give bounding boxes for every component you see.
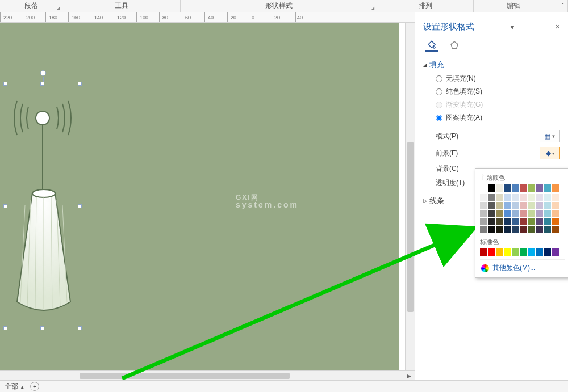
- color-swatch[interactable]: [536, 218, 543, 225]
- vertical-scrollbar[interactable]: [405, 23, 415, 370]
- color-swatch[interactable]: [528, 202, 535, 209]
- color-swatch[interactable]: [552, 248, 559, 256]
- dialog-launcher-icon[interactable]: ◢: [56, 6, 60, 11]
- selected-shape[interactable]: [6, 84, 80, 328]
- color-swatch[interactable]: [528, 210, 535, 217]
- color-swatch[interactable]: [552, 194, 559, 201]
- page-selector[interactable]: 全部 ▲: [5, 382, 24, 391]
- color-swatch[interactable]: [512, 226, 519, 233]
- color-swatch[interactable]: [528, 218, 535, 225]
- color-swatch[interactable]: [512, 194, 519, 201]
- color-swatch[interactable]: [552, 218, 559, 225]
- resize-handle[interactable]: [3, 204, 7, 208]
- color-swatch[interactable]: [488, 194, 495, 201]
- color-swatch[interactable]: [480, 202, 487, 209]
- fill-solid-option[interactable]: 纯色填充(S): [436, 85, 560, 98]
- color-swatch[interactable]: [512, 210, 519, 217]
- color-swatch[interactable]: [552, 226, 559, 233]
- scrollbar-thumb[interactable]: [407, 142, 414, 312]
- ribbon-group-shape-styles[interactable]: 形状样式◢: [181, 0, 377, 12]
- color-swatch[interactable]: [520, 226, 527, 233]
- color-swatch[interactable]: [520, 210, 527, 217]
- resize-handle[interactable]: [40, 326, 44, 330]
- color-swatch[interactable]: [520, 194, 527, 201]
- close-icon[interactable]: ✕: [555, 23, 560, 31]
- horizontal-scrollbar[interactable]: ▶: [0, 370, 415, 380]
- scroll-right-icon[interactable]: ▶: [405, 372, 412, 380]
- ribbon-group-paragraph[interactable]: 段落◢: [0, 0, 62, 12]
- color-swatch[interactable]: [512, 202, 519, 209]
- color-swatch[interactable]: [520, 184, 527, 192]
- color-swatch[interactable]: [544, 194, 551, 201]
- color-swatch[interactable]: [480, 194, 487, 201]
- color-swatch[interactable]: [496, 218, 503, 225]
- color-swatch[interactable]: [504, 202, 511, 209]
- scrollbar-thumb[interactable]: [80, 373, 290, 379]
- color-swatch[interactable]: [504, 194, 511, 201]
- color-swatch[interactable]: [544, 184, 551, 192]
- color-swatch[interactable]: [496, 226, 503, 233]
- color-swatch[interactable]: [536, 248, 543, 256]
- color-swatch[interactable]: [536, 202, 543, 209]
- pattern-mode-button[interactable]: ▦▼: [540, 130, 560, 142]
- color-swatch[interactable]: [496, 184, 503, 192]
- foreground-color-button[interactable]: ◆▾: [540, 147, 560, 159]
- color-swatch[interactable]: [544, 226, 551, 233]
- color-swatch[interactable]: [488, 226, 495, 233]
- color-swatch[interactable]: [488, 202, 495, 209]
- more-colors-button[interactable]: 其他颜色(M)...: [480, 259, 565, 274]
- panel-menu-icon[interactable]: ▼: [509, 24, 516, 31]
- color-swatch[interactable]: [504, 184, 511, 192]
- color-swatch[interactable]: [552, 210, 559, 217]
- color-swatch[interactable]: [496, 202, 503, 209]
- cone-shape[interactable]: [14, 188, 74, 316]
- resize-handle[interactable]: [3, 326, 7, 330]
- fill-none-option[interactable]: 无填充(N): [436, 72, 560, 85]
- color-swatch[interactable]: [512, 248, 519, 256]
- color-swatch[interactable]: [520, 202, 527, 209]
- add-page-button[interactable]: +: [30, 382, 39, 391]
- color-swatch[interactable]: [536, 210, 543, 217]
- color-swatch[interactable]: [504, 248, 511, 256]
- color-swatch[interactable]: [488, 184, 495, 192]
- ribbon-group-arrange[interactable]: 排列: [377, 0, 474, 12]
- color-swatch[interactable]: [520, 218, 527, 225]
- color-swatch[interactable]: [544, 218, 551, 225]
- color-swatch[interactable]: [512, 184, 519, 192]
- color-swatch[interactable]: [552, 202, 559, 209]
- dialog-launcher-icon[interactable]: ◢: [371, 6, 374, 11]
- color-swatch[interactable]: [480, 210, 487, 217]
- rotate-handle[interactable]: [40, 70, 46, 76]
- color-swatch[interactable]: [528, 194, 535, 201]
- color-swatch[interactable]: [480, 184, 487, 192]
- color-swatch[interactable]: [488, 248, 495, 256]
- ribbon-collapse[interactable]: ˇ: [553, 0, 568, 12]
- color-swatch[interactable]: [504, 210, 511, 217]
- color-swatch[interactable]: [520, 248, 527, 256]
- page-background[interactable]: GXI网 system.com: [0, 23, 399, 378]
- ribbon-group-edit[interactable]: 编辑: [474, 0, 553, 12]
- color-swatch[interactable]: [480, 226, 487, 233]
- color-swatch[interactable]: [544, 210, 551, 217]
- color-swatch[interactable]: [480, 248, 487, 256]
- color-swatch[interactable]: [488, 218, 495, 225]
- color-swatch[interactable]: [488, 210, 495, 217]
- color-swatch[interactable]: [544, 202, 551, 209]
- color-swatch[interactable]: [536, 226, 543, 233]
- color-swatch[interactable]: [504, 218, 511, 225]
- color-swatch[interactable]: [552, 184, 559, 192]
- resize-handle[interactable]: [78, 204, 82, 208]
- color-swatch[interactable]: [496, 210, 503, 217]
- color-swatch[interactable]: [496, 248, 503, 256]
- color-swatch[interactable]: [536, 184, 543, 192]
- color-swatch[interactable]: [536, 194, 543, 201]
- effects-tab-icon[interactable]: [448, 39, 461, 52]
- color-swatch[interactable]: [512, 218, 519, 225]
- color-swatch[interactable]: [480, 218, 487, 225]
- color-swatch[interactable]: [528, 184, 535, 192]
- color-swatch[interactable]: [496, 194, 503, 201]
- fill-tab-icon[interactable]: [425, 39, 438, 52]
- color-swatch[interactable]: [528, 226, 535, 233]
- fill-section-header[interactable]: ◢ 填充: [423, 57, 560, 72]
- color-swatch[interactable]: [504, 226, 511, 233]
